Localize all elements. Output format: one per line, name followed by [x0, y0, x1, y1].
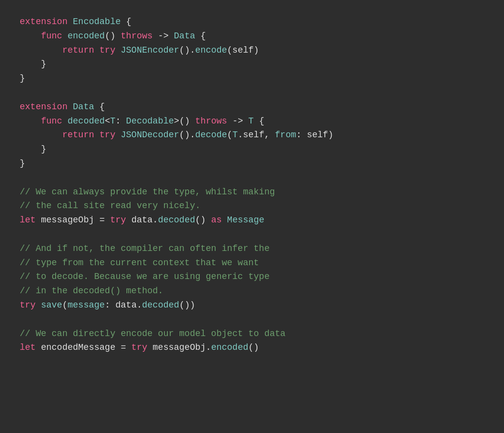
- type-token: Data: [174, 31, 195, 41]
- code-line: func encoded() throws -> Data {: [20, 29, 484, 43]
- plain-token: : self): [296, 130, 334, 140]
- plain-token: (): [105, 31, 121, 41]
- plain-token: [67, 17, 73, 27]
- code-line: }: [20, 57, 484, 71]
- code-line: func decoded<T: Decodable>() throws -> T…: [20, 114, 484, 128]
- comment-token: // We can always provide the type, whils…: [20, 187, 275, 197]
- plain-token: (): [195, 215, 211, 225]
- kw-token: return: [62, 130, 94, 140]
- plain-token: :: [116, 116, 126, 126]
- type-token: Decodable: [126, 116, 174, 126]
- label-token: message: [67, 300, 105, 310]
- code-line: // We can directly encode our model obje…: [20, 327, 484, 341]
- code-line: [20, 86, 484, 100]
- plain-token: {: [195, 31, 206, 41]
- code-line: // the call site read very nicely.: [20, 199, 484, 213]
- kw-token: let: [20, 215, 35, 225]
- kw-token: throws: [121, 31, 153, 41]
- kw-token: try: [99, 45, 115, 55]
- code-line: return try JSONDecoder().decode(T.self, …: [20, 128, 484, 142]
- kw-token: func: [41, 31, 62, 41]
- code-line: let encodedMessage = try messageObj.enco…: [20, 340, 484, 355]
- fn-token: encoded: [67, 31, 105, 41]
- plain-token: [62, 116, 67, 126]
- code-line: let messageObj = try data.decoded() as M…: [20, 213, 484, 227]
- kw-token: extension: [20, 17, 67, 27]
- comment-token: // type from the current context that we…: [20, 258, 259, 268]
- code-line: // And if not, the compiler can often in…: [20, 242, 484, 256]
- fn-token: JSONEncoder: [121, 45, 179, 55]
- code-line: // We can always provide the type, whils…: [20, 185, 484, 199]
- type-token: Encodable: [73, 17, 121, 27]
- code-line: // to decode. Because we are using gener…: [20, 270, 484, 284]
- plain-token: [115, 45, 121, 55]
- plain-token: >(): [174, 116, 195, 126]
- plain-token: ().: [179, 130, 195, 140]
- plain-token: [222, 215, 227, 225]
- type-token: Data: [73, 102, 94, 112]
- plain-token: <: [105, 116, 110, 126]
- code-editor: extension Encodable { func encoded() thr…: [0, 0, 504, 370]
- method-token: decoded: [158, 215, 195, 225]
- type-token: T: [232, 130, 238, 140]
- comment-token: // And if not, the compiler can often in…: [20, 244, 270, 253]
- kw-token: extension: [20, 102, 67, 112]
- code-line: }: [20, 156, 484, 171]
- code-line: }: [20, 142, 484, 156]
- code-line: try save(message: data.decoded()): [20, 298, 484, 312]
- type-token: Message: [227, 215, 264, 225]
- plain-token: [20, 116, 41, 126]
- code-line: [20, 171, 484, 185]
- kw-token: throws: [195, 116, 227, 126]
- plain-token: : data.: [105, 300, 142, 310]
- plain-token: (: [227, 130, 232, 140]
- code-line: [20, 227, 484, 242]
- label-token: from: [275, 130, 296, 140]
- kw-token: let: [20, 342, 35, 352]
- plain-token: {: [253, 116, 264, 126]
- type-token: T: [110, 116, 116, 126]
- plain-token: [67, 102, 73, 112]
- plain-token: [94, 45, 99, 55]
- code-line: extension Data {: [20, 100, 484, 114]
- plain-token: }: [20, 144, 46, 154]
- kw-token: try: [20, 300, 35, 310]
- method-token: decode: [195, 130, 227, 140]
- method-token: decoded: [142, 300, 180, 310]
- plain-token: data.: [131, 215, 158, 225]
- method-token: encoded: [211, 342, 249, 352]
- plain-token: (: [62, 300, 67, 310]
- plain-token: [115, 130, 121, 140]
- plain-token: ->: [153, 31, 174, 41]
- plain-token: [62, 31, 67, 41]
- code-line: // type from the current context that we…: [20, 256, 484, 270]
- kw-token: try: [99, 130, 115, 140]
- type-token: T: [249, 116, 254, 126]
- plain-token: .self,: [238, 130, 275, 140]
- code-line: extension Encodable {: [20, 15, 484, 29]
- plain-token: }: [20, 73, 25, 83]
- plain-token: [20, 31, 41, 41]
- plain-token: [35, 300, 41, 310]
- code-line: }: [20, 71, 484, 86]
- fn-token: JSONDecoder: [121, 130, 179, 140]
- plain-token: [20, 45, 62, 55]
- plain-token: messageObj.: [147, 342, 211, 352]
- kw-token: func: [41, 116, 62, 126]
- plain-token: {: [94, 102, 105, 112]
- plain-token: (self): [227, 45, 259, 55]
- kw-token: as: [211, 215, 222, 225]
- comment-token: // the call site read very nicely.: [20, 201, 200, 211]
- plain-token: [35, 215, 41, 225]
- plain-token: ->: [227, 116, 248, 126]
- code-line: [20, 312, 484, 327]
- kw-token: try: [131, 342, 147, 352]
- plain-token: =: [94, 215, 110, 225]
- plain-token: [20, 130, 62, 140]
- plain-token: ()): [179, 300, 195, 310]
- plain-token: [94, 130, 99, 140]
- method-token: encode: [195, 45, 227, 55]
- plain-token: {: [121, 17, 131, 27]
- plain-token: ().: [179, 45, 195, 55]
- code-line: // in the decoded() method.: [20, 284, 484, 298]
